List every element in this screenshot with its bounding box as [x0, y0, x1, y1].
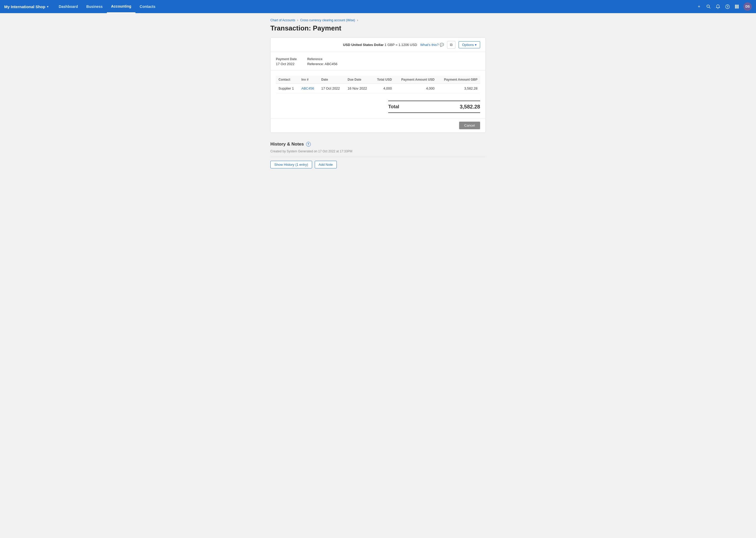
card-footer: Cancel	[271, 118, 485, 133]
reference-value: Reference: ABC456	[307, 62, 337, 66]
whats-this-icon: 💬	[440, 43, 444, 47]
cell-payment-amount-gbp: 3,582.28	[437, 84, 480, 93]
col-payment-amount-usd: Payment Amount USD	[395, 76, 437, 84]
grid-icon[interactable]	[734, 4, 740, 10]
total-box: Total 3,582.28	[388, 101, 480, 113]
history-title: History & Notes ?	[270, 141, 486, 147]
payment-date-label: Payment Date	[276, 57, 297, 61]
svg-rect-5	[736, 5, 737, 6]
cell-contact: Supplier 1	[276, 84, 299, 93]
options-button[interactable]: Options ▾	[458, 41, 480, 48]
currency-bar: USD United States Dollar 1 GBP = 1.1206 …	[271, 38, 485, 52]
add-note-button[interactable]: Add Note	[315, 161, 337, 168]
col-inv: Inv #	[299, 76, 319, 84]
brand[interactable]: My International Shop ▾	[4, 4, 48, 9]
cell-total-usd: 4,000	[372, 84, 395, 93]
exchange-rate: 1 GBP = 1.1206 USD	[385, 43, 417, 47]
nav-links: Dashboard Business Accounting Contacts	[55, 0, 160, 13]
show-history-button[interactable]: Show History (1 entry)	[270, 161, 312, 168]
total-section: Total 3,582.28	[271, 98, 485, 118]
svg-rect-12	[737, 7, 739, 8]
currency-label: USD United States Dollar	[343, 43, 384, 47]
copy-button[interactable]: ⧉	[447, 41, 455, 49]
history-help-icon[interactable]: ?	[306, 142, 311, 146]
options-label: Options	[462, 43, 474, 47]
currency-info: USD United States Dollar 1 GBP = 1.1206 …	[343, 43, 417, 47]
col-total-usd: Total USD	[372, 76, 395, 84]
svg-rect-6	[737, 5, 739, 6]
col-due-date: Due Date	[345, 76, 372, 84]
breadcrumb-sep-2: ›	[357, 19, 358, 22]
nav-accounting[interactable]: Accounting	[107, 0, 135, 13]
col-payment-amount-gbp: Payment Amount GBP	[437, 76, 480, 84]
breadcrumb-sep-1: ›	[297, 19, 298, 22]
cell-inv: ABC456	[299, 84, 319, 93]
navbar: My International Shop ▾ Dashboard Busine…	[0, 0, 756, 13]
breadcrumb: Chart of Accounts › Cross currency clear…	[270, 19, 486, 22]
svg-rect-7	[735, 6, 736, 7]
inv-link[interactable]: ABC456	[301, 86, 314, 90]
svg-text:?: ?	[727, 6, 728, 8]
table-row: Supplier 1 ABC456 17 Oct 2022 16 Nov 202…	[276, 84, 480, 93]
page-content: Chart of Accounts › Cross currency clear…	[260, 13, 496, 176]
svg-rect-8	[736, 6, 737, 7]
breadcrumb-cross-currency[interactable]: Cross currency clearing account (Wise)	[300, 19, 355, 22]
total-label: Total	[388, 104, 399, 110]
whats-this-label: What's this?	[420, 43, 439, 47]
nav-contacts[interactable]: Contacts	[135, 0, 160, 13]
svg-rect-10	[735, 7, 736, 8]
reference-label: Reference	[307, 57, 337, 61]
help-icon[interactable]: ?	[725, 4, 730, 10]
detail-row: Payment Date 17 Oct 2022 Reference Refer…	[276, 57, 480, 66]
total-value: 3,582.28	[460, 104, 480, 110]
svg-rect-9	[737, 6, 739, 7]
brand-chevron: ▾	[47, 5, 48, 8]
history-title-text: History & Notes	[270, 141, 304, 147]
cell-date: 17 Oct 2022	[319, 84, 345, 93]
col-date: Date	[319, 76, 345, 84]
history-section: History & Notes ? Created by System Gene…	[270, 139, 486, 171]
col-contact: Contact	[276, 76, 299, 84]
table-header-row: Contact Inv # Date Due Date Total USD Pa…	[276, 76, 480, 84]
page-title: Transaction: Payment	[270, 24, 486, 32]
payment-date-col: Payment Date 17 Oct 2022	[276, 57, 297, 66]
history-buttons: Show History (1 entry) Add Note	[270, 161, 486, 168]
options-chevron: ▾	[475, 43, 477, 47]
bell-icon[interactable]	[715, 4, 721, 10]
cell-payment-amount-usd: 4,000	[395, 84, 437, 93]
brand-name: My International Shop	[4, 4, 45, 9]
copy-icon: ⧉	[450, 42, 452, 47]
reference-col: Reference Reference: ABC456	[307, 57, 337, 66]
whats-this-link[interactable]: What's this? 💬	[420, 43, 444, 47]
cancel-button[interactable]: Cancel	[459, 122, 480, 129]
nav-business[interactable]: Business	[82, 0, 107, 13]
svg-rect-4	[735, 5, 736, 6]
svg-line-1	[709, 7, 710, 8]
nav-right: + ?	[696, 2, 752, 11]
payment-date-value: 17 Oct 2022	[276, 62, 297, 66]
svg-rect-11	[736, 7, 737, 8]
payment-details: Payment Date 17 Oct 2022 Reference Refer…	[271, 52, 485, 71]
table-section: Contact Inv # Date Due Date Total USD Pa…	[271, 71, 485, 98]
transactions-table: Contact Inv # Date Due Date Total USD Pa…	[276, 76, 480, 93]
transaction-card: USD United States Dollar 1 GBP = 1.1206 …	[270, 37, 486, 133]
history-created: Created by System Generated on 17 Oct 20…	[270, 149, 486, 157]
avatar[interactable]: DS	[743, 2, 752, 11]
add-icon[interactable]: +	[696, 4, 702, 10]
breadcrumb-chart-of-accounts[interactable]: Chart of Accounts	[270, 19, 295, 22]
nav-dashboard[interactable]: Dashboard	[55, 0, 82, 13]
cell-due-date: 16 Nov 2022	[345, 84, 372, 93]
search-icon[interactable]	[706, 4, 711, 10]
